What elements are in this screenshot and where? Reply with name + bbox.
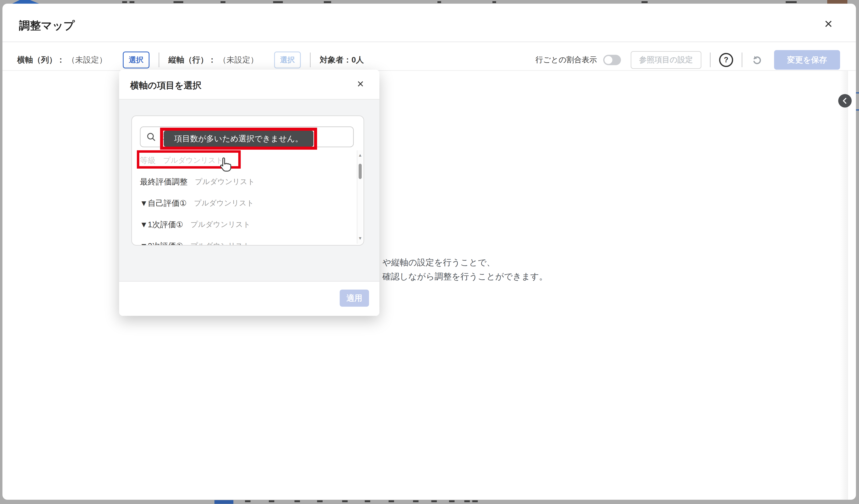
empty-state-line1: や縦軸の設定を行うことで、: [382, 255, 548, 270]
background-fragment-blue: [214, 500, 233, 504]
empty-state-text: や縦軸の設定を行うことで、 確認しながら調整を行うことができます。: [382, 255, 548, 284]
save-changes-button[interactable]: 変更を保存: [774, 50, 840, 70]
background-fragment: [130, 1, 134, 3]
help-icon[interactable]: ?: [719, 53, 733, 67]
ratio-toggle[interactable]: [603, 55, 621, 65]
screen: 調整マップ × 横軸（列）： （未設定） 選択 縦軸（行）： （未設定） 選択 …: [0, 0, 859, 504]
background-fragment: [493, 1, 496, 3]
background-fragment: [342, 500, 348, 502]
list-item[interactable]: ▼1次評価①プルダウンリスト: [132, 214, 363, 235]
annotation-box-tooltip: 項目数が多いため選択できません。: [160, 128, 317, 150]
reference-settings-button[interactable]: 参照項目の設定: [631, 51, 702, 69]
scroll-up-icon[interactable]: ▲: [358, 153, 363, 158]
page-title: 調整マップ: [19, 18, 75, 33]
background-fragment: [437, 1, 441, 3]
item-type: プルダウンリスト: [195, 177, 255, 187]
side-panel-shadow: [840, 71, 847, 500]
search-icon: [147, 132, 156, 141]
target-count: 対象者：0人: [320, 55, 364, 65]
modal-close-icon[interactable]: ×: [354, 77, 367, 90]
list-item[interactable]: 最終評価調整プルダウンリスト: [132, 171, 363, 193]
background-fragment: [389, 500, 394, 502]
chevron-left-icon: [841, 97, 849, 105]
background-fragment: [221, 1, 225, 3]
scrollbar[interactable]: ▲ ▼: [357, 150, 363, 244]
modal-header: 横軸の項目を選択 ×: [119, 70, 379, 99]
background-fragment: [295, 500, 300, 502]
item-type: プルダウンリスト: [191, 241, 251, 246]
undo-icon[interactable]: [751, 54, 763, 66]
divider: [310, 52, 311, 67]
list-item[interactable]: ▼自己評価①プルダウンリスト: [132, 193, 363, 214]
ratio-toggle-label: 行ごとの割合表示: [536, 55, 597, 65]
divider: [710, 52, 710, 67]
modal-body: ラベル名を検索 等級プルダウンリスト最終評価調整プルダウンリスト▼自己評価①プル…: [119, 100, 379, 281]
background-fragment: [413, 500, 419, 502]
h-axis-select-button[interactable]: 選択: [123, 51, 150, 68]
background-fragment: [472, 500, 478, 502]
toolbar-right: 行ごとの割合表示 参照項目の設定 ? 変更を保存: [536, 50, 840, 70]
scroll-down-icon[interactable]: ▼: [358, 236, 363, 241]
divider: [159, 52, 159, 67]
apply-button[interactable]: 適用: [340, 290, 369, 307]
background-fragment: [273, 1, 283, 3]
background-fragment: [174, 1, 183, 3]
v-axis-select-button[interactable]: 選択: [274, 51, 301, 68]
side-panel-edge: [847, 71, 848, 500]
header-divider: [2, 42, 856, 42]
item-label: 最終評価調整: [140, 177, 187, 187]
background-fragment: [642, 1, 648, 3]
axis-toolbar: 横軸（列）： （未設定） 選択 縦軸（行）： （未設定） 選択 対象者：0人: [17, 50, 364, 70]
background-fragment: [431, 500, 437, 502]
background-fragment: [365, 500, 370, 502]
tooltip: 項目数が多いため選択できません。: [164, 131, 313, 147]
background-fragment: [122, 1, 127, 3]
item-type: プルダウンリスト: [194, 198, 254, 208]
h-axis-value: （未設定）: [67, 55, 107, 65]
v-axis-value: （未設定）: [218, 55, 258, 65]
cursor-hand-icon: [217, 156, 233, 177]
list-item[interactable]: ▼2次評価①プルダウンリスト: [132, 235, 363, 246]
background-fragment: [464, 500, 470, 502]
empty-state-line2: 確認しながら調整を行うことができます。: [382, 270, 548, 284]
background-fragment: [449, 500, 454, 502]
divider: [742, 52, 742, 67]
toggle-knob: [604, 56, 613, 64]
item-label: ▼2次評価①: [140, 241, 183, 246]
background-fragment: [324, 1, 331, 3]
background-fragment: [856, 92, 859, 93]
background-band: [0, 500, 859, 504]
modal-title: 横軸の項目を選択: [130, 79, 201, 91]
item-label: ▼自己評価①: [140, 198, 187, 209]
background-fragment: [786, 1, 797, 3]
background-fragment: [245, 500, 251, 502]
item-type: プルダウンリスト: [191, 219, 251, 229]
axis-item-picker-modal: 横軸の項目を選択 × ラベル名を検索 等級プルダウンリスト最終評価調整プルダウン…: [119, 70, 379, 316]
background-fragment: [269, 500, 274, 502]
background-fragment: [317, 500, 322, 502]
item-label: ▼1次評価①: [140, 219, 183, 230]
h-axis-label: 横軸（列）：: [17, 55, 65, 65]
collapse-panel-button[interactable]: [838, 94, 852, 108]
background-fragment: [856, 109, 859, 110]
modal-footer: 適用: [119, 281, 379, 316]
background-fragment: [827, 0, 847, 4]
background-fragment-logo: [12, 0, 39, 4]
close-icon[interactable]: ×: [820, 16, 837, 32]
v-axis-label: 縦軸（行）：: [168, 55, 216, 65]
scrollbar-thumb[interactable]: [359, 164, 362, 179]
